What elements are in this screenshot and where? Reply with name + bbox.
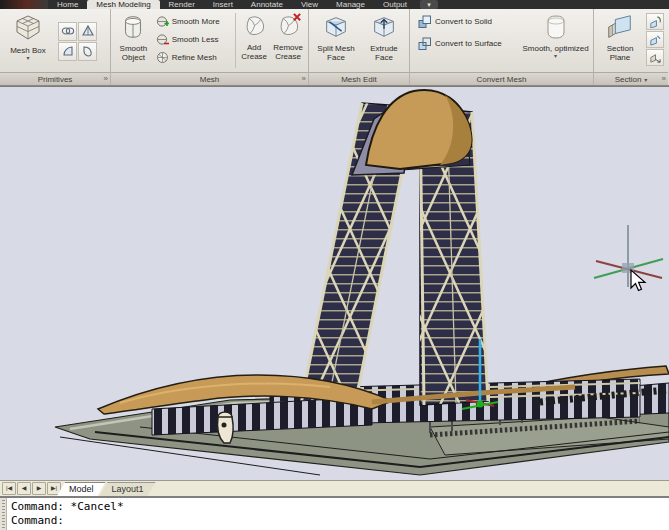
tower-crown bbox=[352, 90, 472, 175]
smooth-more-label: Smooth More bbox=[172, 17, 220, 26]
mesh-box-icon bbox=[13, 13, 43, 46]
mesh-edit-label: Mesh Edit bbox=[341, 75, 377, 84]
primitives-label: Primitives bbox=[38, 75, 73, 84]
mesh-wedge-button[interactable] bbox=[58, 42, 77, 61]
refine-mesh-button[interactable]: Refine Mesh bbox=[154, 50, 233, 66]
ribbon-minimize-button[interactable]: ▾ bbox=[420, 0, 438, 9]
remove-crease-icon bbox=[275, 13, 302, 43]
add-jog-button[interactable] bbox=[646, 31, 664, 48]
panel-overflow-icon[interactable]: » bbox=[662, 74, 666, 83]
convert-to-solid-icon bbox=[418, 15, 432, 29]
mesh-torus-icon bbox=[61, 24, 75, 38]
remove-crease-button[interactable]: Remove Crease bbox=[270, 10, 306, 71]
smooth-optimized-button[interactable]: Smooth, optimized ▾ bbox=[520, 10, 591, 71]
command-window[interactable]: Command: *Cancel* Command: bbox=[0, 496, 669, 530]
chevron-down-icon: ▾ bbox=[26, 56, 29, 61]
split-mesh-face-icon bbox=[322, 13, 350, 44]
tab-annotate[interactable]: Annotate bbox=[242, 0, 292, 9]
add-crease-button[interactable]: Add Crease bbox=[238, 10, 270, 71]
add-crease-icon bbox=[241, 13, 268, 43]
convert-to-surface-label: Convert to Surface bbox=[435, 39, 502, 48]
tab-output[interactable]: Output bbox=[374, 0, 416, 9]
tab-home[interactable]: Home bbox=[48, 0, 87, 9]
ribbon-tab-bar: Home Mesh Modeling Render Insert Annotat… bbox=[0, 0, 669, 9]
generate-section-button[interactable] bbox=[646, 49, 664, 66]
refine-mesh-icon bbox=[156, 51, 169, 64]
smooth-object-button[interactable]: Smooth Object bbox=[113, 10, 154, 71]
section-plane-icon bbox=[606, 13, 634, 44]
panel-mesh-edit: Split Mesh Face Extrude Face Mesh Edit bbox=[309, 9, 410, 85]
split-mesh-face-label: Split Mesh Face bbox=[313, 45, 359, 63]
mesh-wedge-icon bbox=[61, 44, 75, 58]
smooth-optimized-icon bbox=[541, 13, 571, 44]
tab-manage[interactable]: Manage bbox=[327, 0, 374, 9]
live-section-icon bbox=[649, 15, 662, 28]
extrude-face-label: Extrude Face bbox=[363, 45, 405, 63]
section-label: Section bbox=[615, 75, 642, 84]
tab-model[interactable]: Model bbox=[57, 482, 106, 496]
panel-overflow-icon[interactable]: » bbox=[302, 74, 306, 83]
chevron-down-icon: ▾ bbox=[554, 54, 557, 59]
mesh-pyramid-icon bbox=[81, 24, 95, 38]
command-window-grip[interactable] bbox=[0, 498, 7, 530]
section-plane-button[interactable]: Section Plane bbox=[596, 10, 644, 71]
convert-to-solid-button[interactable]: Convert to Solid bbox=[416, 14, 520, 30]
add-crease-label: Add Crease bbox=[238, 44, 270, 62]
mesh-torus-button[interactable] bbox=[58, 22, 77, 41]
panel-primitives: Mesh Box ▾ Primitives » bbox=[0, 9, 111, 85]
mesh-box-button[interactable]: Mesh Box ▾ bbox=[2, 10, 54, 71]
viewport[interactable] bbox=[0, 86, 669, 480]
smooth-less-label: Smooth Less bbox=[172, 35, 219, 44]
panel-label-mesh[interactable]: Mesh » bbox=[111, 72, 308, 85]
first-tab-button[interactable]: |◀ bbox=[2, 482, 16, 495]
smooth-more-button[interactable]: Smooth More bbox=[154, 14, 233, 30]
sculpture bbox=[217, 412, 233, 443]
layout-tab-bar: |◀ ◀ ▶ ▶| Model Layout1 bbox=[0, 480, 669, 496]
mesh-pyramid-button[interactable] bbox=[78, 22, 97, 41]
extrude-face-button[interactable]: Extrude Face bbox=[363, 10, 405, 71]
mesh-primitives-grid bbox=[58, 22, 97, 71]
tab-insert[interactable]: Insert bbox=[204, 0, 242, 9]
ribbon: Mesh Box ▾ Primitives » bbox=[0, 9, 669, 86]
panel-mesh: Smooth Object Smooth More Smooth Less Re… bbox=[111, 9, 309, 85]
smooth-more-icon bbox=[156, 15, 169, 28]
live-section-button[interactable] bbox=[646, 13, 664, 30]
smooth-less-button[interactable]: Smooth Less bbox=[154, 32, 233, 48]
panel-label-convert-mesh[interactable]: Convert Mesh bbox=[410, 72, 593, 85]
section-plane-label: Section Plane bbox=[596, 45, 644, 63]
prev-tab-button[interactable]: ◀ bbox=[17, 482, 31, 495]
panel-label-mesh-edit[interactable]: Mesh Edit bbox=[309, 72, 409, 85]
chevron-down-icon[interactable]: ▾ bbox=[644, 76, 647, 83]
split-mesh-face-button[interactable]: Split Mesh Face bbox=[313, 10, 359, 71]
add-jog-icon bbox=[649, 33, 662, 46]
panel-label-primitives[interactable]: Primitives » bbox=[0, 72, 110, 85]
tab-layout1[interactable]: Layout1 bbox=[100, 482, 156, 496]
smooth-object-label: Smooth Object bbox=[113, 45, 154, 63]
convert-mesh-label: Convert Mesh bbox=[477, 75, 527, 84]
crosshair-cursor bbox=[594, 225, 663, 291]
convert-to-solid-label: Convert to Solid bbox=[435, 17, 492, 26]
panel-section: Section Plane Section ▾ » bbox=[594, 9, 668, 85]
tab-view[interactable]: View bbox=[292, 0, 327, 9]
tab-render[interactable]: Render bbox=[160, 0, 204, 9]
convert-to-surface-icon bbox=[418, 37, 432, 51]
app-logo[interactable] bbox=[0, 0, 48, 9]
generate-section-icon bbox=[649, 51, 662, 64]
refine-mesh-label: Refine Mesh bbox=[172, 53, 217, 62]
mesh-label: Mesh bbox=[200, 75, 220, 84]
building-model[interactable] bbox=[0, 87, 669, 480]
smooth-less-icon bbox=[156, 33, 169, 46]
convert-to-surface-button[interactable]: Convert to Surface bbox=[416, 36, 520, 52]
next-tab-button[interactable]: ▶ bbox=[32, 482, 46, 495]
command-prompt-line[interactable]: Command: bbox=[11, 514, 124, 528]
panel-convert-mesh: Convert to Solid Convert to Surface Smoo… bbox=[410, 9, 594, 85]
extrude-face-icon bbox=[370, 13, 398, 44]
tab-mesh-modeling[interactable]: Mesh Modeling bbox=[87, 0, 159, 9]
command-history-line: Command: *Cancel* bbox=[11, 500, 124, 514]
application-window: Home Mesh Modeling Render Insert Annotat… bbox=[0, 0, 669, 530]
panel-label-section[interactable]: Section ▾ » bbox=[594, 72, 668, 85]
smooth-object-icon bbox=[119, 13, 147, 44]
chevron-down-icon: ▾ bbox=[427, 1, 431, 8]
mesh-sphere-button[interactable] bbox=[78, 42, 97, 61]
panel-overflow-icon[interactable]: » bbox=[104, 74, 108, 83]
